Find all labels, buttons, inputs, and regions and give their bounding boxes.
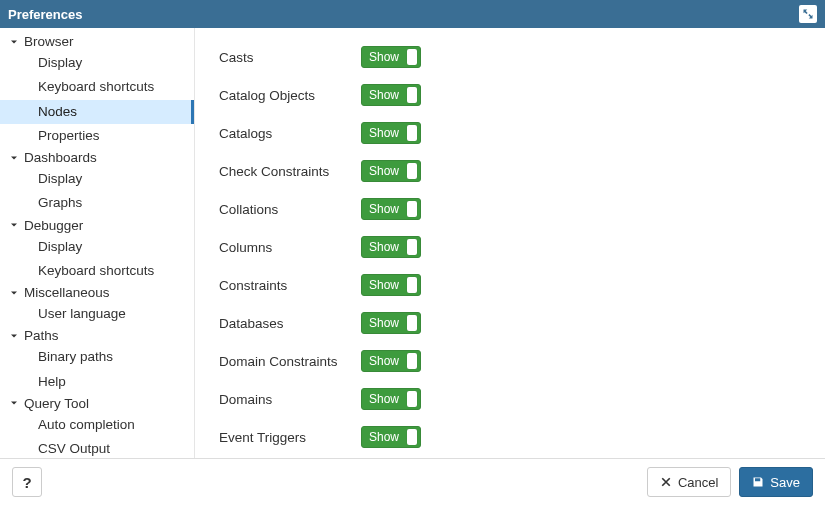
toggle-knob	[407, 315, 417, 331]
sidebar-group-label: Paths	[24, 328, 59, 343]
toggle-knob	[407, 239, 417, 255]
setting-label: Event Triggers	[219, 430, 349, 445]
sidebar-group-header[interactable]: Paths	[0, 326, 194, 345]
sidebar-item[interactable]: Properties	[0, 124, 194, 148]
sidebar-item-label: Properties	[38, 128, 100, 143]
sidebar-item-label: Display	[38, 55, 82, 70]
sidebar[interactable]: BrowserDisplayKeyboard shortcutsNodesPro…	[0, 28, 195, 458]
toggle-knob	[407, 201, 417, 217]
setting-row: CollationsShow	[195, 190, 825, 228]
sidebar-item[interactable]: Display	[0, 235, 194, 259]
setting-row: CatalogsShow	[195, 114, 825, 152]
sidebar-item[interactable]: Keyboard shortcuts	[0, 75, 194, 99]
sidebar-item[interactable]: User language	[0, 302, 194, 326]
sidebar-item-label: Binary paths	[38, 349, 113, 364]
sidebar-group-header[interactable]: Dashboards	[0, 148, 194, 167]
show-toggle[interactable]: Show	[361, 274, 421, 296]
show-toggle[interactable]: Show	[361, 198, 421, 220]
toggle-knob	[407, 163, 417, 179]
sidebar-item[interactable]: Keyboard shortcuts	[0, 259, 194, 283]
setting-row: DomainsShow	[195, 380, 825, 418]
setting-row: Domain ConstraintsShow	[195, 342, 825, 380]
toggle-knob	[407, 49, 417, 65]
setting-label: Catalogs	[219, 126, 349, 141]
toggle-knob	[407, 391, 417, 407]
toggle-label: Show	[362, 161, 407, 181]
setting-row: ConstraintsShow	[195, 266, 825, 304]
dialog-body: BrowserDisplayKeyboard shortcutsNodesPro…	[0, 28, 825, 459]
sidebar-group-label: Browser	[24, 34, 74, 49]
sidebar-item[interactable]: Help	[0, 370, 194, 394]
main-panel[interactable]: CastsShowCatalog ObjectsShowCatalogsShow…	[195, 28, 825, 458]
toggle-label: Show	[362, 389, 407, 409]
expand-button[interactable]	[799, 5, 817, 23]
sidebar-group-header[interactable]: Browser	[0, 32, 194, 51]
sidebar-group-label: Debugger	[24, 218, 83, 233]
sidebar-item-label: User language	[38, 306, 126, 321]
sidebar-group: PathsBinary pathsHelp	[0, 326, 194, 394]
help-icon: ?	[22, 474, 31, 491]
toggle-knob	[407, 429, 417, 445]
chevron-down-icon	[8, 152, 20, 164]
toggle-label: Show	[362, 85, 407, 105]
dialog-title: Preferences	[8, 7, 82, 22]
sidebar-group-header[interactable]: Debugger	[0, 216, 194, 235]
sidebar-item[interactable]: Binary paths	[0, 345, 194, 369]
save-button[interactable]: Save	[739, 467, 813, 497]
sidebar-item-label: Keyboard shortcuts	[38, 263, 154, 278]
setting-row: ColumnsShow	[195, 228, 825, 266]
sidebar-item[interactable]: Display	[0, 167, 194, 191]
show-toggle[interactable]: Show	[361, 388, 421, 410]
sidebar-item-label: Display	[38, 171, 82, 186]
toggle-label: Show	[362, 123, 407, 143]
sidebar-item-label: Help	[38, 374, 66, 389]
setting-row: CastsShow	[195, 38, 825, 76]
show-toggle[interactable]: Show	[361, 122, 421, 144]
show-toggle[interactable]: Show	[361, 312, 421, 334]
sidebar-group: MiscellaneousUser language	[0, 283, 194, 326]
cancel-button[interactable]: Cancel	[647, 467, 731, 497]
toggle-label: Show	[362, 275, 407, 295]
help-button[interactable]: ?	[12, 467, 42, 497]
show-toggle[interactable]: Show	[361, 350, 421, 372]
setting-label: Catalog Objects	[219, 88, 349, 103]
sidebar-group-label: Miscellaneous	[24, 285, 110, 300]
show-toggle[interactable]: Show	[361, 84, 421, 106]
sidebar-group-label: Dashboards	[24, 150, 97, 165]
setting-row: Catalog ObjectsShow	[195, 76, 825, 114]
toggle-label: Show	[362, 47, 407, 67]
sidebar-group: DebuggerDisplayKeyboard shortcuts	[0, 216, 194, 284]
sidebar-item[interactable]: Nodes	[0, 100, 194, 124]
show-toggle[interactable]: Show	[361, 46, 421, 68]
show-toggle[interactable]: Show	[361, 160, 421, 182]
sidebar-group: BrowserDisplayKeyboard shortcutsNodesPro…	[0, 32, 194, 148]
sidebar-item[interactable]: CSV Output	[0, 437, 194, 458]
show-toggle[interactable]: Show	[361, 426, 421, 448]
cancel-label: Cancel	[678, 475, 718, 490]
sidebar-item[interactable]: Display	[0, 51, 194, 75]
dialog-header: Preferences	[0, 0, 825, 28]
chevron-down-icon	[8, 330, 20, 342]
sidebar-group: DashboardsDisplayGraphs	[0, 148, 194, 216]
setting-label: Domains	[219, 392, 349, 407]
toggle-knob	[407, 277, 417, 293]
save-label: Save	[770, 475, 800, 490]
dialog-footer: ? Cancel Save	[0, 459, 825, 505]
toggle-label: Show	[362, 313, 407, 333]
setting-label: Domain Constraints	[219, 354, 349, 369]
chevron-down-icon	[8, 36, 20, 48]
setting-row: Check ConstraintsShow	[195, 152, 825, 190]
sidebar-group-header[interactable]: Query Tool	[0, 394, 194, 413]
toggle-knob	[407, 353, 417, 369]
sidebar-item[interactable]: Auto completion	[0, 413, 194, 437]
sidebar-item-label: Auto completion	[38, 417, 135, 432]
sidebar-group-header[interactable]: Miscellaneous	[0, 283, 194, 302]
show-toggle[interactable]: Show	[361, 236, 421, 258]
setting-row: ExclusionShow	[195, 456, 825, 458]
sidebar-item-label: Display	[38, 239, 82, 254]
sidebar-item[interactable]: Graphs	[0, 191, 194, 215]
setting-label: Casts	[219, 50, 349, 65]
toggle-label: Show	[362, 199, 407, 219]
save-icon	[752, 476, 764, 488]
toggle-label: Show	[362, 427, 407, 447]
